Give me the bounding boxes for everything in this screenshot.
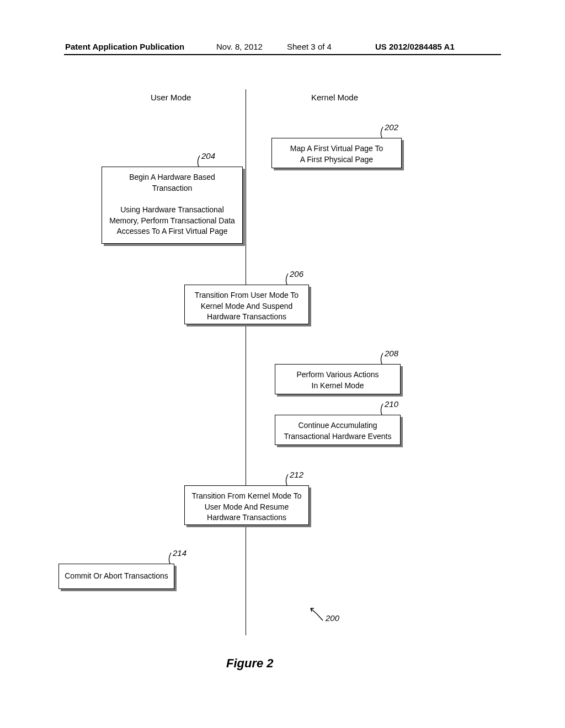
flow-box-204-text2: Transaction (149, 181, 196, 196)
flow-box-214-text1: Commit Or Abort Transactions (61, 569, 172, 584)
column-label-kernel: Kernel Mode (311, 93, 358, 102)
flow-box-208-text2: In Kernel Mode (308, 379, 367, 393)
ref-label-212: 212 (290, 470, 303, 479)
flow-box-202-text2: A First Physical Page (297, 153, 376, 167)
ref-label-204: 204 (201, 151, 215, 160)
ref-label-206: 206 (290, 269, 303, 279)
ref-label-202: 202 (385, 122, 398, 132)
flow-box-206-text3: Hardware Transactions (204, 310, 290, 324)
vertical-divider (246, 89, 246, 635)
ref-label-208: 208 (385, 349, 398, 358)
flow-box-214: Commit Or Abort Transactions (58, 564, 174, 589)
flow-box-206: Transition From User Mode To Kernel Mode… (184, 285, 309, 324)
figure-ref-label: 200 (326, 613, 339, 623)
flow-box-212: Transition From Kernel Mode To User Mode… (184, 485, 309, 525)
flow-box-204-text5: Accesses To A First Virtual Page (113, 224, 231, 239)
flow-box-204: Begin A Hardware Based Transaction Using… (102, 167, 243, 244)
flow-box-210: Continue Accumulating Transactional Hard… (275, 415, 401, 445)
column-label-user: User Mode (151, 93, 191, 102)
flow-box-208: Perform Various Actions In Kernel Mode (275, 364, 401, 394)
figure-caption: Figure 2 (226, 656, 274, 671)
ref-label-214: 214 (173, 548, 186, 558)
flow-box-212-text3: Hardware Transactions (204, 511, 290, 525)
flow-box-202: Map A First Virtual Page To A First Phys… (271, 138, 402, 168)
flow-box-210-text2: Transactional Hardware Events (281, 430, 395, 444)
ref-label-210: 210 (385, 399, 398, 409)
